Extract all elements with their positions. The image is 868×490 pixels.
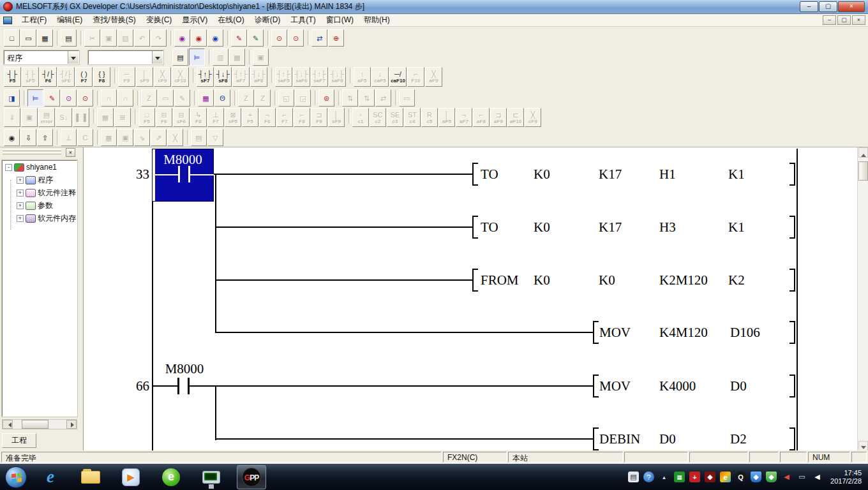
sfc-line-1-button[interactable]: ¬F6 bbox=[259, 108, 276, 127]
screen-display-button[interactable]: ▭ bbox=[399, 89, 415, 107]
scroll-thumb[interactable] bbox=[858, 161, 868, 181]
find-device-button[interactable]: ◉ bbox=[174, 29, 190, 47]
tray-qq-icon[interactable]: Q bbox=[735, 471, 746, 482]
line-af9-button[interactable]: ╳aF9 bbox=[425, 67, 442, 87]
undo-button[interactable]: ↶ bbox=[134, 29, 150, 47]
ladder-display-button[interactable]: ⊨ bbox=[27, 89, 43, 107]
cut-button[interactable]: ✂ bbox=[84, 29, 100, 47]
tray-show-hidden-icon[interactable]: ▴ bbox=[659, 471, 670, 482]
print-button[interactable]: ▤ bbox=[61, 29, 77, 47]
pulse-rising-close-button[interactable]: ┤↑├saF5 bbox=[275, 67, 292, 87]
tray-360-shield-icon[interactable]: ◆ bbox=[766, 471, 777, 482]
find-next-up-button[interactable]: ⇧ bbox=[37, 129, 53, 146]
sfc-se-button[interactable]: SEc3 bbox=[387, 108, 403, 127]
invert-operation-button[interactable]: ─/caF10 bbox=[389, 67, 407, 87]
grid-display-button[interactable]: ▦ bbox=[101, 129, 117, 146]
scroll-thumb[interactable] bbox=[22, 420, 49, 429]
program-check-button[interactable]: ⊕ bbox=[328, 29, 344, 47]
print-preview-button[interactable]: ▤ bbox=[191, 129, 207, 146]
menu-convert[interactable]: 变换(C) bbox=[141, 13, 177, 27]
delete-horizontal-line-button[interactable]: ╳cF9 bbox=[154, 67, 171, 87]
delete-row-button[interactable]: ⇅ bbox=[359, 89, 375, 107]
sfc-af5-button[interactable]: │aF5 bbox=[438, 108, 455, 127]
insert-row-button[interactable]: ⇅ bbox=[342, 89, 358, 107]
find-binoculars-button[interactable]: ◉ bbox=[4, 129, 20, 146]
instruction-from[interactable]: FROMK0K0K2M120K2 bbox=[481, 272, 793, 288]
menu-tools[interactable]: 工具(T) bbox=[285, 13, 320, 27]
paste-button[interactable]: ▧ bbox=[117, 29, 133, 47]
combo-dropdown-icon[interactable] bbox=[68, 51, 79, 64]
scroll-up-icon[interactable] bbox=[858, 147, 868, 158]
stack-button[interactable]: ▣ bbox=[117, 129, 133, 146]
vertical-line-button[interactable]: │sF9 bbox=[136, 67, 153, 87]
taskbar-explorer-button[interactable] bbox=[76, 465, 105, 489]
find-instruction-button[interactable]: ◉ bbox=[191, 29, 207, 47]
tree-item-device-memory[interactable]: + 软元件内存 bbox=[3, 212, 77, 225]
tray-pc-manager-icon[interactable]: ◆ bbox=[751, 471, 761, 482]
cross-reference-button[interactable]: ▦ bbox=[198, 89, 214, 107]
sfc-line-3-button[interactable]: ⌐F8 bbox=[294, 108, 310, 127]
save-project-button[interactable]: ▦ bbox=[37, 29, 53, 47]
transfer-setup-button[interactable]: ⇄ bbox=[311, 29, 327, 47]
sfc-line-4-button[interactable]: ⊐F9 bbox=[311, 108, 327, 127]
phone-line-button[interactable]: ∩ bbox=[101, 89, 117, 107]
falling-edge-button[interactable]: ↓caF5 bbox=[371, 67, 389, 87]
write-to-plc-button[interactable]: ⇓ bbox=[4, 108, 20, 127]
mdi-restore-button[interactable]: ▢ bbox=[837, 15, 851, 25]
sfc-cf9-button[interactable]: ╳cF9 bbox=[525, 108, 541, 127]
copy-button[interactable]: ▣ bbox=[101, 29, 117, 47]
jump-button[interactable]: ⊥ bbox=[61, 129, 77, 146]
pan-button[interactable]: ▽ bbox=[207, 129, 223, 146]
instruction-to-2[interactable]: TOK0K17H3K1 bbox=[481, 219, 793, 235]
combo-dropdown-icon[interactable] bbox=[152, 51, 163, 64]
horizontal-line-button[interactable]: ─F9 bbox=[118, 67, 135, 87]
partial-run-button[interactable]: ▌▐ bbox=[73, 108, 89, 127]
insert-column-button[interactable]: ⇄ bbox=[375, 89, 391, 107]
sfc-af7-button[interactable]: ¬aF7 bbox=[456, 108, 472, 127]
mdi-document-icon[interactable] bbox=[3, 17, 12, 24]
panel-close-icon[interactable]: × bbox=[66, 148, 75, 157]
cut-line-button[interactable]: ╳ bbox=[167, 129, 183, 146]
expand-icon[interactable]: + bbox=[17, 202, 24, 209]
pulse-falling-button[interactable]: ┤↓├sF8 bbox=[214, 67, 232, 87]
step-run-button[interactable]: S↓ bbox=[56, 108, 72, 127]
tray-keyboard-icon[interactable]: ▤ bbox=[628, 471, 639, 482]
tree-item-device-comment[interactable]: + 软元件注释 bbox=[3, 186, 77, 199]
expand-icon[interactable]: + bbox=[17, 177, 24, 184]
sfc-c1-button[interactable]: ▫c1 bbox=[352, 108, 369, 127]
cr-button[interactable]: C bbox=[77, 129, 93, 146]
line-f10-button[interactable]: ⌐F10 bbox=[407, 67, 424, 87]
project-data-list-button[interactable]: ⊨ bbox=[189, 48, 205, 66]
monitor-zoom-in-button[interactable]: ⊙ bbox=[271, 29, 287, 47]
tray-plugin-icon[interactable]: + bbox=[689, 471, 700, 482]
mdi-close-button[interactable]: × bbox=[852, 15, 865, 25]
open-project-button[interactable]: ▭ bbox=[20, 29, 36, 47]
scroll-right-icon[interactable] bbox=[66, 420, 77, 429]
taskbar-monitor-app-button[interactable] bbox=[197, 465, 226, 489]
pen-edit-button[interactable]: ✎ bbox=[174, 89, 190, 107]
z-up-button[interactable]: Z bbox=[238, 89, 254, 107]
read-from-plc-button[interactable]: ▣ bbox=[21, 108, 38, 127]
contact-open-parallel-button[interactable]: ┤├sF5 bbox=[22, 67, 39, 87]
contact-m8000[interactable] bbox=[177, 378, 179, 394]
sfc-af9-button[interactable]: ⊐aF9 bbox=[490, 108, 507, 127]
find-next-down-button[interactable]: ⇩ bbox=[20, 129, 36, 146]
panel-grip[interactable] bbox=[3, 149, 61, 151]
redo-button[interactable]: ↷ bbox=[151, 29, 167, 47]
error-check-button[interactable]: ▤error bbox=[38, 108, 55, 127]
tray-antivirus-icon[interactable]: ◆ bbox=[705, 471, 715, 482]
instruction-mov-2[interactable]: MOVK4000D0 bbox=[599, 378, 794, 394]
find-string-button[interactable]: ◉ bbox=[207, 29, 223, 47]
pulse-falling-close-button[interactable]: ┤↓├saF6 bbox=[293, 67, 310, 87]
sfc-step-button[interactable]: ⊟F6 bbox=[156, 108, 172, 127]
tray-help-icon[interactable]: ? bbox=[643, 471, 654, 482]
new-project-button[interactable]: □ bbox=[4, 29, 20, 47]
sampling-trace-button[interactable]: Z bbox=[141, 89, 157, 107]
sfc-vertical-line-button[interactable]: │sF9 bbox=[328, 108, 345, 127]
block-combo[interactable] bbox=[88, 50, 163, 64]
window-tile-button[interactable]: ◱ bbox=[278, 89, 294, 107]
monitor-zoom-out-button[interactable]: ⊙ bbox=[288, 29, 304, 47]
start-button[interactable] bbox=[5, 466, 27, 488]
coil-button[interactable]: ( )F7 bbox=[75, 67, 93, 87]
menu-window[interactable]: 窗口(W) bbox=[321, 13, 359, 27]
